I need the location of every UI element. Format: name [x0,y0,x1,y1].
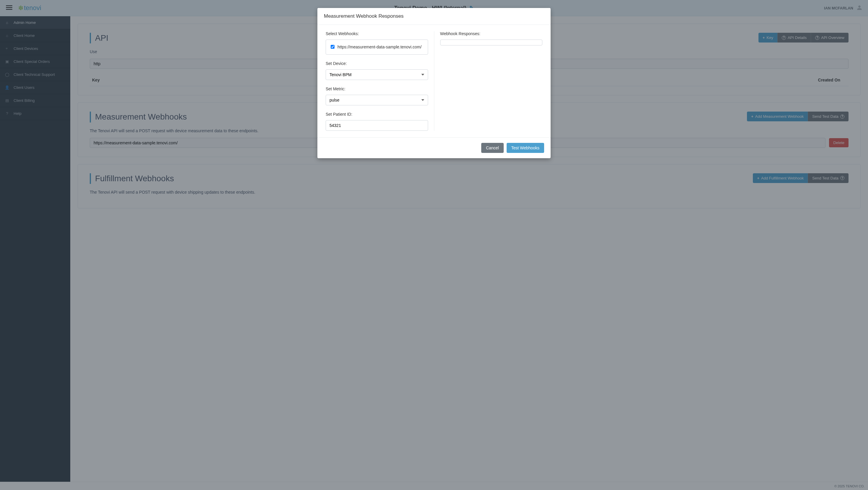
cancel-button[interactable]: Cancel [481,143,504,153]
metric-select[interactable]: pulse [326,95,428,105]
modal-title: Measurement Webhook Responses [317,8,551,25]
webhook-checkbox[interactable] [331,45,335,49]
responses-output [440,39,542,45]
patient-id-input[interactable] [326,120,428,131]
device-select[interactable]: Tenovi BPM [326,69,428,80]
webhook-list: https://measurement-data-sample.tenovi.c… [326,39,428,55]
set-metric-label: Set Metric: [326,87,428,91]
modal-overlay[interactable]: Measurement Webhook Responses Select Web… [0,0,868,490]
set-patient-label: Set Patient ID: [326,112,428,117]
select-webhooks-label: Select Webhooks: [326,31,428,36]
set-device-label: Set Device: [326,61,428,66]
webhook-url-label[interactable]: https://measurement-data-sample.tenovi.c… [337,44,422,50]
webhook-responses-modal: Measurement Webhook Responses Select Web… [317,8,551,158]
responses-label: Webhook Responses: [440,31,542,36]
test-webhooks-button[interactable]: Test Webhooks [507,143,544,153]
